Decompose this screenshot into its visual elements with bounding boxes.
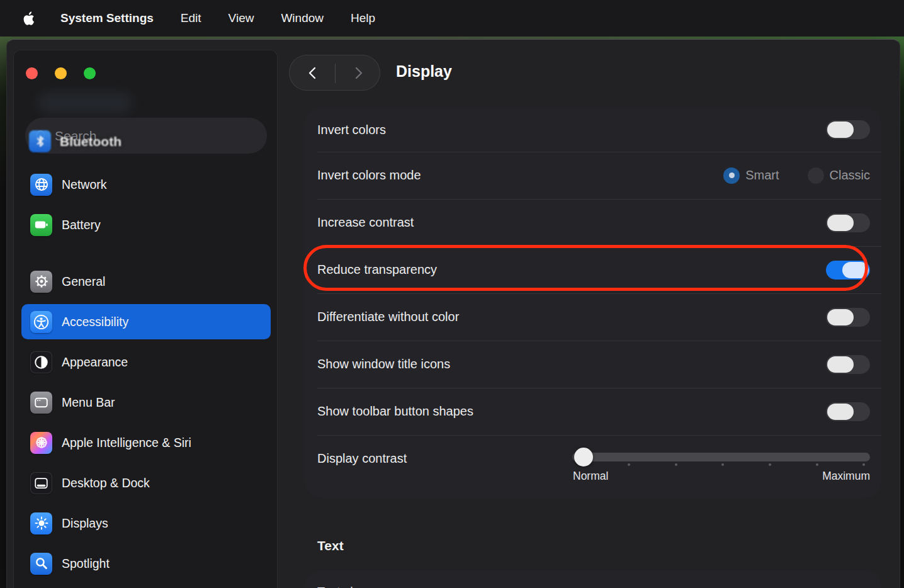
sidebar-item-bluetooth-scrolling[interactable]: Bluetooth bbox=[29, 130, 121, 152]
menu-item-edit[interactable]: Edit bbox=[181, 11, 201, 25]
setting-row-show-window-title-icons: Show window title icons bbox=[305, 341, 881, 388]
minimize-button[interactable] bbox=[55, 67, 67, 79]
appearance-icon bbox=[30, 351, 52, 373]
radio-label-smart: Smart bbox=[745, 168, 779, 183]
slider-tick bbox=[721, 463, 724, 466]
setting-label: Show window title icons bbox=[317, 357, 450, 371]
text-settings-card: Text size bbox=[305, 570, 881, 588]
setting-row-differentiate-without-color: Differentiate without color bbox=[305, 293, 881, 341]
sidebar-item-label: Network bbox=[62, 178, 107, 192]
slider-tick bbox=[816, 463, 818, 466]
sidebar-item-accessibility[interactable]: Accessibility bbox=[21, 304, 271, 339]
system-settings-window: Bluetooth Network Battery bbox=[6, 39, 900, 588]
setting-row-invert-colors: Invert colors bbox=[305, 108, 881, 152]
toggle-knob bbox=[827, 215, 854, 231]
sidebar-item-label: Battery bbox=[62, 218, 101, 232]
sidebar-item-label: Accessibility bbox=[62, 315, 128, 329]
close-button[interactable] bbox=[26, 67, 38, 79]
invert-colors-toggle[interactable] bbox=[826, 120, 870, 139]
menu-item-window[interactable]: Window bbox=[281, 11, 324, 25]
setting-row-invert-colors-mode: Invert colors mode Smart Classic bbox=[305, 152, 881, 199]
setting-row-reduce-transparency: Reduce transparency bbox=[305, 246, 881, 293]
accessibility-icon bbox=[30, 311, 52, 333]
sidebar-item-battery[interactable]: Battery bbox=[21, 207, 271, 242]
globe-icon bbox=[30, 174, 52, 196]
scroll-blur-artifact bbox=[38, 92, 132, 113]
sidebar-item-label: Appearance bbox=[62, 355, 128, 370]
display-contrast-slider-knob[interactable] bbox=[574, 448, 593, 466]
setting-label: Invert colors bbox=[317, 123, 386, 137]
sidebar-item-general[interactable]: General bbox=[21, 264, 271, 299]
show-toolbar-button-shapes-toggle[interactable] bbox=[826, 402, 870, 421]
desktop: System Settings Edit View Window Help bbox=[0, 0, 904, 588]
sidebar-item-label: General bbox=[62, 274, 105, 289]
section-heading-text: Text bbox=[317, 538, 344, 553]
setting-label: Increase contrast bbox=[317, 215, 414, 230]
invert-colors-mode-radio-group: Smart Classic bbox=[723, 167, 870, 184]
magnifier-icon bbox=[30, 553, 52, 575]
sidebar: Bluetooth Network Battery bbox=[13, 50, 278, 588]
setting-label: Reduce transparency bbox=[317, 263, 437, 277]
toggle-knob bbox=[827, 122, 854, 138]
zoom-button[interactable] bbox=[84, 67, 96, 79]
differentiate-without-color-toggle[interactable] bbox=[826, 308, 870, 327]
setting-label: Display contrast bbox=[317, 451, 407, 466]
desktop-dock-icon bbox=[30, 472, 52, 494]
sidebar-item-label: Apple Intelligence & Siri bbox=[62, 436, 191, 450]
reduce-transparency-toggle[interactable] bbox=[826, 261, 870, 280]
slider-tick bbox=[862, 463, 865, 466]
setting-label: Differentiate without color bbox=[317, 310, 459, 324]
sidebar-item-apple-intelligence-siri[interactable]: Apple Intelligence & Siri bbox=[21, 425, 271, 460]
setting-row-increase-contrast: Increase contrast bbox=[305, 199, 881, 246]
menu-item-view[interactable]: View bbox=[229, 11, 254, 25]
increase-contrast-toggle[interactable] bbox=[826, 213, 870, 232]
sidebar-item-label: Menu Bar bbox=[62, 395, 115, 410]
setting-label: Text size bbox=[317, 585, 366, 588]
radio-classic[interactable] bbox=[808, 167, 824, 184]
toggle-knob bbox=[827, 356, 854, 373]
radio-label-classic: Classic bbox=[830, 168, 870, 183]
slider-tick bbox=[769, 463, 771, 466]
bluetooth-icon bbox=[29, 130, 51, 152]
gear-icon bbox=[30, 271, 52, 293]
sidebar-item-label: Bluetooth bbox=[60, 134, 121, 149]
sidebar-item-appearance[interactable]: Appearance bbox=[21, 344, 271, 380]
apple-menu[interactable] bbox=[23, 11, 35, 26]
sidebar-item-network[interactable]: Network bbox=[21, 167, 271, 202]
setting-label: Invert colors mode bbox=[317, 168, 421, 183]
radio-smart[interactable] bbox=[723, 167, 740, 184]
sidebar-item-spotlight[interactable]: Spotlight bbox=[21, 546, 271, 581]
sidebar-item-desktop-dock[interactable]: Desktop & Dock bbox=[21, 465, 271, 500]
toggle-knob bbox=[842, 262, 869, 278]
page-title: Display bbox=[396, 62, 452, 81]
forward-button[interactable] bbox=[349, 64, 367, 82]
slider-max-label: Maximum bbox=[822, 470, 870, 483]
back-button[interactable] bbox=[304, 64, 322, 82]
apple-intelligence-icon bbox=[30, 432, 52, 454]
display-contrast-slider-track[interactable] bbox=[572, 453, 870, 461]
sidebar-item-label: Displays bbox=[62, 516, 108, 531]
sidebar-item-menu-bar[interactable]: Menu Bar bbox=[21, 385, 271, 420]
toggle-knob bbox=[827, 404, 854, 420]
sidebar-item-label: Desktop & Dock bbox=[62, 476, 150, 490]
menu-app-name[interactable]: System Settings bbox=[60, 11, 154, 25]
show-window-title-icons-toggle[interactable] bbox=[826, 355, 870, 374]
battery-icon bbox=[30, 214, 52, 236]
sidebar-item-label: Spotlight bbox=[62, 557, 110, 571]
toggle-knob bbox=[827, 309, 854, 325]
menu-bar: System Settings Edit View Window Help bbox=[0, 0, 904, 37]
slider-tick bbox=[628, 463, 630, 466]
display-settings-card: Invert colors Invert colors mode Smart C… bbox=[305, 108, 881, 498]
menu-item-help[interactable]: Help bbox=[351, 11, 375, 25]
setting-label: Show toolbar button shapes bbox=[317, 404, 473, 419]
menu-bar-icon bbox=[30, 392, 52, 414]
slider-tick bbox=[675, 463, 677, 466]
sidebar-item-displays[interactable]: Displays bbox=[21, 506, 271, 541]
sun-icon bbox=[30, 512, 52, 534]
setting-row-show-toolbar-button-shapes: Show toolbar button shapes bbox=[305, 388, 881, 435]
slider-min-label: Normal bbox=[573, 470, 608, 483]
navigation-pill bbox=[289, 55, 380, 91]
row-divider bbox=[317, 435, 881, 436]
apple-logo-icon bbox=[23, 11, 35, 26]
navigation-divider bbox=[335, 64, 336, 83]
